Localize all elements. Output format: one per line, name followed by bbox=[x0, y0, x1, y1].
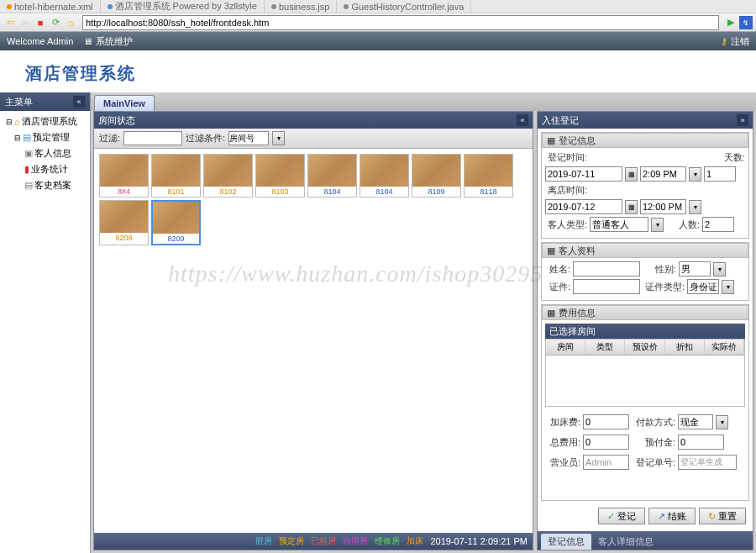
note-icon: ▦ bbox=[547, 135, 555, 146]
collapse-icon[interactable]: « bbox=[517, 114, 528, 126]
room-card[interactable]: 8103 bbox=[255, 154, 305, 198]
room-thumb bbox=[100, 155, 148, 187]
room-card[interactable]: 8209 bbox=[151, 200, 201, 245]
total-label: 总费用: bbox=[545, 436, 580, 449]
room-thumb bbox=[100, 201, 148, 233]
room-card[interactable]: 8#4 bbox=[99, 154, 149, 198]
room-card[interactable]: 8101 bbox=[151, 154, 201, 198]
room-number: 8109 bbox=[412, 187, 460, 197]
tree-node-history[interactable]: ▤客史档案 bbox=[3, 177, 87, 193]
tab-reg-info[interactable]: 登记信息 bbox=[541, 534, 591, 550]
history-icon: ▤ bbox=[24, 180, 33, 191]
tab-guest-detail[interactable]: 客人详细信息 bbox=[591, 534, 660, 550]
room-card[interactable]: 8104 bbox=[307, 154, 357, 198]
dropdown-icon[interactable]: ▾ bbox=[272, 131, 285, 145]
count-input[interactable] bbox=[702, 217, 734, 232]
reg-info-fieldset: ▦登记信息 登记时间: 天数: ▦ ▾ bbox=[541, 132, 749, 239]
dropdown-icon[interactable]: ▾ bbox=[689, 167, 701, 182]
ide-tabs: hotel-hibernate.xml 酒店管理系统 Powered by 3z… bbox=[0, 0, 756, 13]
status-legend-item: 脏房 bbox=[255, 535, 272, 547]
room-card[interactable]: 8208 bbox=[99, 200, 149, 245]
room-card[interactable]: 8109 bbox=[412, 154, 461, 198]
guest-info-fieldset: ▦客人资料 姓名: 性别: ▾ 证件: 证件类型 bbox=[541, 242, 749, 301]
filter-cond-select[interactable] bbox=[228, 131, 269, 145]
tree-node-booking[interactable]: ⊟▤预定管理 bbox=[3, 129, 87, 145]
tree-node-root[interactable]: ⊟⌂酒店管理系统 bbox=[3, 113, 87, 129]
ide-tab[interactable]: 酒店管理系统 Powered by 3zllstyle bbox=[101, 0, 265, 13]
refresh-icon[interactable]: ⟳ bbox=[49, 16, 62, 29]
home-icon[interactable]: ⌂ bbox=[64, 16, 77, 29]
ide-tab[interactable]: GuestHistoryController.java bbox=[337, 0, 471, 13]
room-number: 8101 bbox=[152, 187, 200, 197]
id-type-select[interactable] bbox=[687, 279, 719, 294]
table-body bbox=[546, 356, 744, 406]
dropdown-icon[interactable]: ▾ bbox=[716, 415, 728, 429]
stop-icon[interactable]: ■ bbox=[34, 16, 47, 29]
pay-method-select[interactable] bbox=[678, 414, 713, 429]
checkin-date-input[interactable] bbox=[545, 166, 622, 182]
collapse-icon[interactable]: » bbox=[737, 114, 748, 126]
selected-rooms-table: 房间类型预设价折扣实际价 bbox=[545, 339, 745, 407]
key-icon: ⚷ bbox=[721, 36, 727, 47]
reset-button[interactable]: ↻重置 bbox=[699, 508, 746, 524]
extra-bed-input[interactable] bbox=[583, 414, 629, 429]
id-label: 证件: bbox=[545, 281, 570, 293]
room-card[interactable]: 8104 bbox=[360, 154, 409, 198]
tree-node-stats[interactable]: ▮业务统计 bbox=[3, 161, 87, 177]
total-input[interactable] bbox=[583, 434, 629, 450]
logout-link[interactable]: ⚷ 注销 bbox=[721, 35, 749, 48]
dropdown-icon[interactable]: ▾ bbox=[651, 218, 664, 232]
collapse-icon[interactable]: « bbox=[73, 96, 85, 108]
room-thumb bbox=[360, 155, 408, 187]
room-number: 8104 bbox=[308, 187, 356, 197]
forward-icon[interactable]: ▻ bbox=[18, 16, 32, 29]
room-number: 8#4 bbox=[100, 187, 148, 197]
sys-maintenance-link[interactable]: 🖥 系统维护 bbox=[83, 35, 133, 48]
url-input[interactable] bbox=[82, 15, 719, 30]
room-card[interactable]: 8102 bbox=[203, 154, 253, 198]
guest-type-select[interactable] bbox=[590, 217, 648, 232]
dropdown-icon[interactable]: ▾ bbox=[689, 200, 701, 214]
welcome-text: Welcome Admin bbox=[7, 36, 73, 46]
tree-node-guest[interactable]: ▣客人信息 bbox=[3, 145, 87, 161]
id-input[interactable] bbox=[573, 279, 640, 294]
checkout-date-label: 离店时间: bbox=[545, 184, 587, 197]
checkout-date-input[interactable] bbox=[545, 199, 622, 214]
tool-icon[interactable]: ↯ bbox=[739, 16, 753, 29]
tab-mainview[interactable]: MainView bbox=[94, 95, 155, 111]
dropdown-icon[interactable]: ▾ bbox=[722, 280, 734, 294]
room-thumb bbox=[204, 155, 252, 187]
rooms-panel-header: 房间状态 « bbox=[94, 112, 533, 129]
room-thumb bbox=[465, 155, 512, 187]
dropdown-icon[interactable]: ▾ bbox=[713, 262, 726, 276]
checkout-button[interactable]: ↗结账 bbox=[648, 508, 696, 524]
room-card[interactable]: 8118 bbox=[464, 154, 513, 198]
extra-bed-label: 加床费: bbox=[545, 416, 580, 429]
gender-select[interactable] bbox=[679, 261, 711, 276]
name-label: 姓名: bbox=[545, 263, 570, 276]
sidebar: 主菜单 « ⊟⌂酒店管理系统 ⊟▤预定管理 ▣客人信息 ▮业务统计 ▤客史档案 bbox=[0, 92, 91, 553]
guest-icon: ▣ bbox=[24, 148, 33, 159]
status-legend-item: 自用房 bbox=[343, 535, 368, 547]
name-input[interactable] bbox=[573, 261, 640, 276]
id-type-label: 证件类型: bbox=[643, 281, 685, 293]
gender-label: 性别: bbox=[643, 263, 676, 276]
content: MainView 房间状态 « 过滤: 过滤条件: ▾ bbox=[91, 92, 756, 553]
register-button[interactable]: ✓登记 bbox=[598, 508, 645, 524]
go-icon[interactable]: ▶ bbox=[724, 16, 738, 29]
prepay-input[interactable] bbox=[678, 434, 724, 450]
ide-tab[interactable]: hotel-hibernate.xml bbox=[0, 0, 101, 13]
app-logo: 酒店管理系统 bbox=[25, 62, 731, 85]
logo-area: 酒店管理系统 bbox=[0, 50, 756, 92]
calendar-icon[interactable]: ▦ bbox=[625, 200, 638, 214]
room-thumb bbox=[152, 155, 200, 187]
checkin-time-input[interactable] bbox=[640, 166, 686, 182]
calendar-icon[interactable]: ▦ bbox=[625, 167, 638, 182]
back-icon[interactable]: ⇦ bbox=[3, 16, 17, 29]
checkout-time-input[interactable] bbox=[640, 199, 686, 214]
filter-input[interactable] bbox=[123, 131, 182, 145]
ide-tab[interactable]: business.jsp bbox=[265, 0, 338, 13]
days-input[interactable] bbox=[704, 166, 736, 182]
tab-strip: MainView bbox=[91, 92, 756, 111]
pay-method-label: 付款方式: bbox=[632, 416, 675, 429]
